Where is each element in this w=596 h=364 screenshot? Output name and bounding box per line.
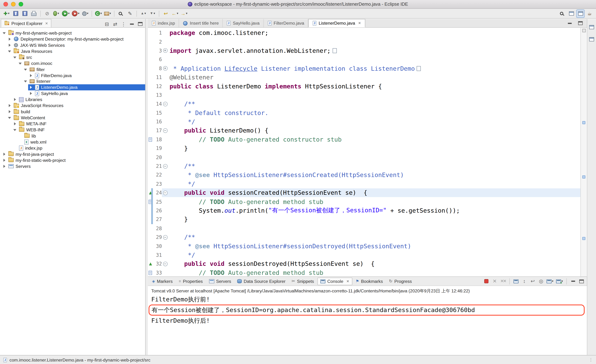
panel-tab[interactable]: ◈Markers: [149, 278, 175, 285]
new-package-button[interactable]: ▾: [104, 9, 112, 18]
back-history-button[interactable]: ←▾: [171, 9, 179, 18]
panel-tab[interactable]: Console✕: [317, 277, 352, 285]
tree-item[interactable]: build: [0, 109, 145, 115]
code-line[interactable]: 14− /**: [148, 100, 581, 109]
tree-item[interactable]: my-first-static-web-project: [0, 157, 145, 163]
panel-tab[interactable]: ✂Snippets: [289, 278, 317, 285]
expand-arrow-icon[interactable]: [7, 43, 12, 47]
maximize-button[interactable]: [137, 21, 144, 28]
minimize-panel-button[interactable]: [569, 277, 577, 285]
panel-tab[interactable]: Data Source Explorer: [234, 278, 288, 285]
tree-item[interactable]: JSayHello.java: [0, 91, 145, 97]
maximize-panel-button[interactable]: [578, 277, 585, 285]
word-wrap-button[interactable]: ↩: [529, 277, 536, 285]
code-line[interactable]: 26 System.out.println("有一个Session被创建了，Se…: [148, 206, 581, 215]
code-line[interactable]: 16 */: [148, 117, 581, 126]
next-annotation-button[interactable]: ▼▾: [148, 9, 157, 18]
console-view[interactable]: Tomcat v9.0 Server at localhost [Apache …: [148, 286, 587, 355]
tree-item[interactable]: META-INF: [0, 121, 145, 127]
expand-arrow-icon[interactable]: [29, 73, 33, 78]
panel-tab[interactable]: Servers: [206, 278, 234, 285]
new-wizard-button[interactable]: ✚▾: [2, 9, 11, 18]
code-line[interactable]: 22 * @see HttpSessionListener#sessionCre…: [148, 171, 581, 180]
code-line[interactable]: 29− /**: [148, 233, 581, 242]
open-search-button[interactable]: [117, 9, 125, 18]
expand-arrow-icon[interactable]: [29, 91, 33, 96]
expand-arrow-icon[interactable]: [23, 79, 28, 84]
expand-arrow-icon[interactable]: [2, 31, 7, 36]
run-external-tools-button[interactable]: ▾: [81, 9, 89, 18]
maximize-editor-button[interactable]: [576, 19, 585, 27]
fold-toggle-icon[interactable]: −: [163, 164, 167, 168]
editor-tab[interactable]: JSayHello.java: [223, 19, 264, 27]
minimize-editor-button[interactable]: [566, 19, 574, 27]
fold-toggle-icon[interactable]: +: [163, 66, 167, 71]
expand-arrow-icon[interactable]: [2, 164, 7, 168]
close-icon[interactable]: ✕: [45, 22, 48, 25]
code-line[interactable]: 17− public ListenerDemo() {: [148, 126, 581, 135]
panel-tab[interactable]: ↻Progress: [386, 278, 415, 285]
code-line[interactable]: 12public class ListenerDemo implements H…: [148, 82, 581, 91]
code-line[interactable]: 25 // TODO Auto-generated method stub: [148, 197, 581, 206]
collapse-all-button[interactable]: ⊟: [104, 21, 110, 28]
save-all-button[interactable]: [21, 9, 29, 18]
pin-console-button[interactable]: ◎: [537, 277, 545, 285]
code-line[interactable]: 11@WebListener: [148, 73, 581, 82]
save-button[interactable]: [11, 9, 20, 18]
editor-tab[interactable]: JFilterDemo.java: [264, 19, 308, 27]
tree-item[interactable]: listener: [0, 79, 145, 85]
debug-button[interactable]: ▾: [52, 9, 60, 18]
expand-arrow-icon[interactable]: [2, 152, 7, 156]
project-explorer-tab[interactable]: Project Explorer ✕: [1, 19, 52, 27]
fold-toggle-icon[interactable]: −: [163, 190, 167, 195]
fold-toggle-icon[interactable]: −: [163, 262, 167, 266]
tree-item[interactable]: Xweb.xml: [0, 139, 145, 145]
code-line[interactable]: 1package com.imooc.listener;: [148, 29, 581, 37]
expand-arrow-icon[interactable]: [7, 37, 12, 42]
tree-item[interactable]: src: [0, 54, 145, 60]
java-perspective-button[interactable]: ☕: [585, 9, 594, 18]
editor-tab[interactable]: Insert title here: [179, 19, 223, 27]
tree-item[interactable]: filter: [0, 66, 145, 72]
forward-history-button[interactable]: →▾: [180, 9, 188, 18]
expand-arrow-icon[interactable]: [2, 158, 7, 162]
code-line[interactable]: 6: [148, 55, 581, 64]
code-line[interactable]: 20: [148, 153, 581, 162]
code-line[interactable]: 27 }: [148, 215, 581, 224]
tree-item[interactable]: Java Resources: [0, 48, 145, 54]
code-line[interactable]: 30 * @see HttpSessionListener#sessionDes…: [148, 242, 581, 251]
code-line[interactable]: 21− /**: [148, 162, 581, 171]
expand-arrow-icon[interactable]: [13, 55, 17, 59]
clear-console-button[interactable]: [513, 277, 520, 285]
code-line[interactable]: 13: [148, 91, 581, 100]
previous-annotation-button[interactable]: ▲▾: [139, 9, 147, 18]
tree-item[interactable]: Jindex.jsp: [0, 145, 145, 151]
print-button[interactable]: [30, 9, 38, 18]
expand-arrow-icon[interactable]: [7, 116, 12, 120]
close-icon[interactable]: ✕: [358, 21, 361, 25]
tree-item[interactable]: Deployment Descriptor: my-first-dynamic-…: [0, 36, 145, 42]
tree-item[interactable]: JListenerDemo.java: [0, 85, 145, 91]
expand-arrow-icon[interactable]: [13, 97, 17, 102]
code-line[interactable]: 2: [148, 37, 581, 46]
display-selected-console-button[interactable]: ▾: [546, 277, 554, 285]
code-line[interactable]: 28: [148, 224, 581, 233]
collapsed-region-icon[interactable]: [333, 48, 337, 53]
restore-view-button[interactable]: [588, 23, 596, 31]
open-console-button[interactable]: ▾: [555, 277, 564, 285]
code-editor[interactable]: 1package com.imooc.listener;23+import ja…: [148, 28, 587, 277]
minimize-button[interactable]: [128, 21, 135, 28]
minimize-button[interactable]: [11, 2, 16, 7]
expand-arrow-icon[interactable]: [29, 85, 33, 90]
editor-tab[interactable]: Jindex.jsp: [148, 19, 179, 27]
tree-item[interactable]: lib: [0, 133, 145, 139]
tree-item[interactable]: my-first-java-project: [0, 151, 145, 157]
code-line[interactable]: 8+ * Application Lifecycle Listener impl…: [148, 64, 581, 73]
code-line[interactable]: 31 */: [148, 251, 581, 259]
code-line[interactable]: 24− public void sessionCreated(HttpSessi…: [148, 188, 581, 197]
remove-all-terminated-button[interactable]: ✕✕: [499, 277, 507, 285]
new-java-class-button[interactable]: C▾: [94, 9, 103, 18]
terminate-button[interactable]: [483, 277, 490, 285]
expand-arrow-icon[interactable]: [13, 128, 17, 132]
last-edit-location-button[interactable]: ↩: [162, 9, 170, 18]
